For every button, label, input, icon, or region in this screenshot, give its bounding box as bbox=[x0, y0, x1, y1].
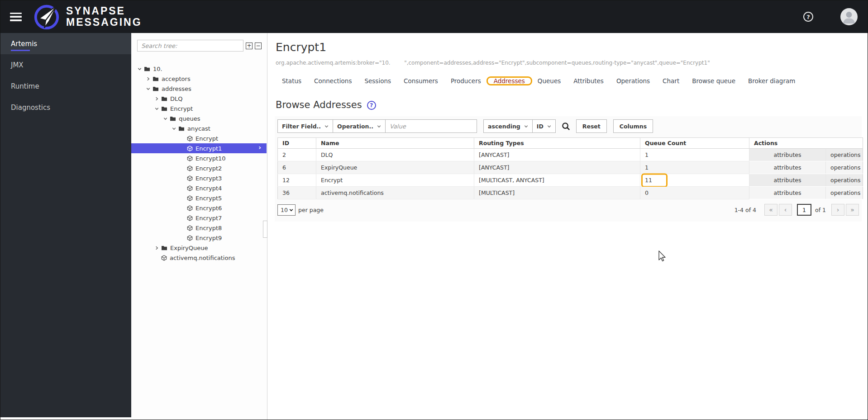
operations-button[interactable]: operations bbox=[826, 149, 863, 161]
caret-right-icon[interactable] bbox=[155, 97, 161, 101]
tree-node-dlq[interactable]: DLQ bbox=[131, 94, 267, 104]
caret-right-icon[interactable] bbox=[146, 77, 153, 81]
sidebar-item-runtime[interactable]: Runtime bbox=[0, 76, 131, 97]
queue-cube-icon bbox=[161, 255, 167, 261]
folder-icon bbox=[161, 96, 167, 101]
attributes-button[interactable]: attributes bbox=[749, 174, 826, 187]
tab-connections[interactable]: Connections bbox=[308, 77, 358, 85]
caret-down-icon[interactable] bbox=[155, 107, 161, 111]
user-avatar[interactable] bbox=[840, 8, 858, 25]
cell-id: 2 bbox=[278, 149, 316, 161]
caret-down-icon[interactable] bbox=[163, 117, 170, 121]
attributes-button[interactable]: attributes bbox=[749, 149, 826, 161]
tree-node-10[interactable]: 10. bbox=[131, 64, 267, 74]
tree-node-encrypt7[interactable]: Encrypt7 bbox=[131, 213, 267, 223]
tree-node-encrypt8[interactable]: Encrypt8 bbox=[131, 223, 267, 233]
tab-addresses[interactable]: Addresses bbox=[487, 77, 531, 85]
tree-node-addresses[interactable]: addresses bbox=[131, 84, 267, 94]
sidebar-item-diagnostics[interactable]: Diagnostics bbox=[0, 97, 131, 118]
per-page-select[interactable]: 10 bbox=[277, 204, 296, 216]
tree-node-encrypt6[interactable]: Encrypt6 bbox=[131, 203, 267, 213]
column-header-actions[interactable]: Actions bbox=[749, 138, 863, 149]
caret-down-icon[interactable] bbox=[146, 87, 153, 91]
tree-toolbar: + − bbox=[137, 40, 262, 52]
column-header-name[interactable]: Name bbox=[316, 138, 474, 149]
tree-expand-all-icon[interactable]: + bbox=[246, 42, 253, 49]
table-row: 36activemq.notifications[MULTICAST]0attr… bbox=[278, 187, 863, 199]
tab-bar: StatusConnectionsSessionsConsumersProduc… bbox=[276, 72, 862, 90]
tree-node-encrypt2[interactable]: Encrypt2 bbox=[131, 163, 267, 173]
folder-icon bbox=[170, 116, 176, 121]
sort-field-select[interactable]: ID bbox=[532, 119, 556, 133]
next-page-button[interactable]: › bbox=[831, 204, 844, 216]
tab-attributes[interactable]: Attributes bbox=[567, 77, 610, 85]
tab-producers[interactable]: Producers bbox=[444, 77, 487, 85]
tree-node-anycast[interactable]: anycast bbox=[131, 123, 267, 133]
tree-node-activemq-notifications[interactable]: activemq.notifications bbox=[131, 253, 267, 263]
cell-queue-count: 1 bbox=[640, 149, 749, 161]
current-page-input[interactable] bbox=[797, 204, 811, 216]
cell-id: 6 bbox=[278, 161, 316, 174]
prev-page-button[interactable]: ‹ bbox=[779, 204, 792, 216]
tree-node-label: addresses bbox=[162, 85, 191, 92]
cell-routing-types: [ANYCAST] bbox=[474, 161, 640, 174]
sidebar-item-artemis[interactable]: Artemis bbox=[0, 33, 131, 54]
queue-cube-icon bbox=[187, 185, 193, 191]
tree-collapse-all-icon[interactable]: − bbox=[255, 42, 262, 49]
queue-cube-icon bbox=[187, 235, 193, 241]
tree-node-queues[interactable]: queues bbox=[131, 113, 267, 123]
caret-down-icon[interactable] bbox=[138, 67, 144, 71]
column-header-routing-types[interactable]: Routing Types bbox=[474, 138, 640, 149]
tree-scrollbar[interactable] bbox=[263, 33, 267, 420]
tab-queues[interactable]: Queues bbox=[531, 77, 567, 85]
tree-node-encrypt[interactable]: Encrypt bbox=[131, 133, 267, 143]
tree-node-label: Encrypt9 bbox=[196, 235, 222, 241]
operations-button[interactable]: operations bbox=[826, 161, 863, 174]
tree-search-input[interactable] bbox=[137, 40, 243, 52]
filter-field-select[interactable]: Filter Field.. bbox=[277, 119, 333, 133]
column-header-id[interactable]: ID bbox=[278, 138, 316, 149]
tab-browse-queue[interactable]: Browse queue bbox=[686, 77, 742, 85]
tree-node-encrypt4[interactable]: Encrypt4 bbox=[131, 183, 267, 193]
attributes-button[interactable]: attributes bbox=[749, 187, 826, 199]
cell-routing-types: [MULTICAST] bbox=[474, 187, 640, 199]
tree-node-encrypt10[interactable]: Encrypt10 bbox=[131, 153, 267, 163]
annotation-highlight-ring bbox=[641, 173, 668, 187]
header-help-icon[interactable]: ? bbox=[803, 12, 813, 22]
attributes-button[interactable]: attributes bbox=[749, 161, 826, 174]
filter-value-input[interactable] bbox=[385, 119, 477, 133]
search-button[interactable] bbox=[562, 122, 570, 131]
columns-button[interactable]: Columns bbox=[613, 119, 653, 133]
tab-sessions[interactable]: Sessions bbox=[358, 77, 397, 85]
caret-down-icon[interactable] bbox=[172, 127, 178, 131]
tab-status[interactable]: Status bbox=[276, 77, 308, 85]
table-row: 2DLQ[ANYCAST]1attributesoperations bbox=[278, 149, 863, 161]
first-page-button[interactable]: « bbox=[764, 204, 777, 216]
operations-button[interactable]: operations bbox=[826, 187, 863, 199]
menu-toggle-button[interactable] bbox=[10, 13, 22, 21]
cell-name: ExpiryQueue bbox=[316, 161, 474, 174]
tree-node-encrypt[interactable]: Encrypt bbox=[131, 104, 267, 113]
brand-logo-icon bbox=[33, 3, 61, 31]
operations-button[interactable]: operations bbox=[826, 174, 863, 187]
tab-chart[interactable]: Chart bbox=[656, 77, 686, 85]
caret-right-icon[interactable] bbox=[155, 246, 161, 250]
operation-select[interactable]: Operation.. bbox=[333, 119, 386, 133]
tab-operations[interactable]: Operations bbox=[610, 77, 656, 85]
tree-node-encrypt3[interactable]: Encrypt3 bbox=[131, 173, 267, 183]
reset-button[interactable]: Reset bbox=[576, 119, 607, 133]
tab-consumers[interactable]: Consumers bbox=[397, 77, 444, 85]
column-header-queue-count[interactable]: Queue Count bbox=[640, 138, 749, 149]
sidebar-item-jmx[interactable]: JMX bbox=[0, 54, 131, 76]
folder-icon bbox=[178, 126, 185, 131]
last-page-button[interactable]: » bbox=[846, 204, 859, 216]
tree-node-acceptors[interactable]: acceptors bbox=[131, 74, 267, 84]
tree-node-expiryqueue[interactable]: ExpiryQueue bbox=[131, 243, 267, 253]
section-help-icon[interactable]: ? bbox=[367, 101, 376, 110]
tree-node-encrypt5[interactable]: Encrypt5 bbox=[131, 193, 267, 203]
tree-node-encrypt1[interactable]: Encrypt1› bbox=[131, 143, 267, 153]
sort-order-select[interactable]: ascending bbox=[483, 119, 533, 133]
tree-scrollbar-thumb[interactable] bbox=[263, 221, 267, 238]
tab-broker-diagram[interactable]: Broker diagram bbox=[742, 77, 801, 85]
tree-node-encrypt9[interactable]: Encrypt9 bbox=[131, 233, 267, 243]
